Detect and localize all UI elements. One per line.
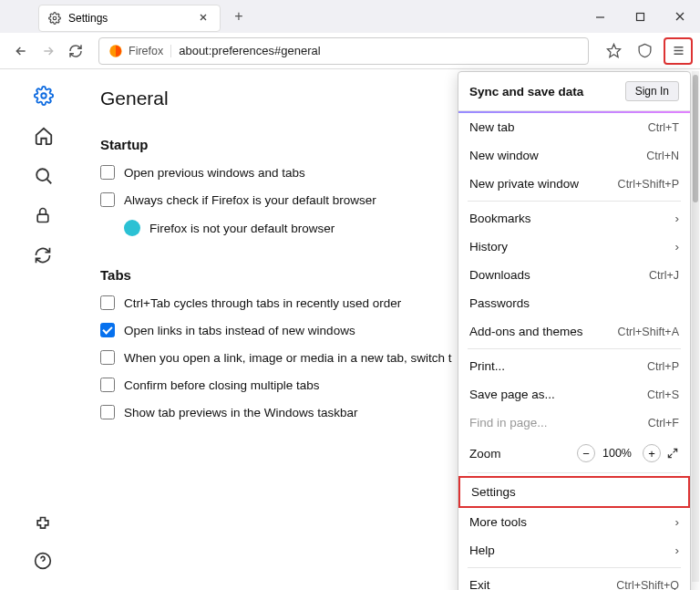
status-text: Firefox is not your default browser: [149, 222, 335, 235]
menu-divider: [468, 201, 681, 202]
new-tab-button[interactable]: +: [228, 8, 250, 25]
sidebar-help-icon[interactable]: [34, 552, 54, 572]
menu-settings[interactable]: Settings: [458, 476, 690, 508]
menu-accent-separator: [458, 111, 690, 113]
window-controls: [580, 0, 700, 33]
svg-point-4: [41, 93, 46, 98]
sidebar-home-icon[interactable]: [34, 126, 54, 146]
menu-addons[interactable]: Add-ons and themesCtrl+Shift+A: [458, 317, 690, 346]
toolbar: Firefox about:preferences#general: [0, 33, 700, 69]
urlbar-identity-label: Firefox: [129, 45, 171, 57]
checkbox-label: Open previous windows and tabs: [124, 166, 305, 180]
menu-save-page[interactable]: Save page as...Ctrl+S: [458, 380, 690, 409]
url-text: about:preferences#general: [179, 44, 579, 57]
menu-history[interactable]: History›: [458, 233, 690, 261]
app-menu-popup: Sync and save data Sign In New tabCtrl+T…: [458, 71, 691, 590]
chevron-right-icon: ›: [675, 515, 680, 529]
minimize-button[interactable]: [580, 0, 620, 33]
chevron-right-icon: ›: [675, 240, 680, 254]
app-menu-button[interactable]: [664, 37, 693, 65]
sidebar-general-icon[interactable]: [34, 86, 54, 106]
sidebar-extensions-icon[interactable]: [34, 515, 54, 535]
settings-sidebar: [0, 69, 88, 590]
close-icon[interactable]: [198, 12, 211, 25]
gear-icon: [48, 12, 61, 25]
menu-divider: [468, 472, 681, 473]
back-button[interactable]: [7, 37, 35, 65]
svg-marker-3: [607, 44, 620, 57]
menu-new-tab[interactable]: New tabCtrl+T: [458, 113, 690, 141]
checkbox[interactable]: [100, 165, 115, 180]
chevron-right-icon: ›: [675, 543, 680, 557]
checkbox-label: Confirm before closing multiple tabs: [124, 378, 320, 392]
close-window-button[interactable]: [660, 0, 700, 33]
checkbox-label: Show tab previews in the Windows taskbar: [124, 406, 358, 419]
scrollbar-thumb[interactable]: [693, 75, 698, 202]
tab-title: Settings: [68, 12, 198, 25]
checkbox[interactable]: [100, 192, 115, 207]
pocket-button[interactable]: [631, 37, 658, 65]
sidebar-privacy-icon[interactable]: [34, 206, 54, 226]
chevron-right-icon: ›: [675, 212, 680, 225]
zoom-in-button[interactable]: +: [643, 444, 661, 462]
menu-find[interactable]: Find in page...Ctrl+F: [458, 409, 690, 437]
checkbox-label: Always check if Firefox is your default …: [124, 193, 376, 207]
sign-in-button[interactable]: Sign In: [625, 81, 679, 101]
menu-sync-title: Sync and save data: [469, 85, 625, 98]
menu-print[interactable]: Print...Ctrl+P: [458, 352, 690, 380]
checkbox[interactable]: [100, 350, 115, 365]
info-face-icon: [124, 220, 140, 236]
menu-bookmarks[interactable]: Bookmarks›: [458, 204, 690, 233]
menu-divider: [468, 567, 681, 568]
bookmark-star-button[interactable]: [600, 37, 627, 65]
browser-tab[interactable]: Settings: [38, 5, 221, 32]
svg-rect-1: [636, 13, 643, 20]
menu-zoom: Zoom − 100% +: [458, 437, 690, 470]
menu-sync-header: Sync and save data Sign In: [458, 72, 690, 111]
menu-downloads[interactable]: DownloadsCtrl+J: [458, 261, 690, 289]
menu-new-window[interactable]: New windowCtrl+N: [458, 141, 690, 170]
checkbox-checked[interactable]: [100, 323, 115, 337]
sidebar-sync-icon[interactable]: [34, 246, 54, 266]
menu-new-private-window[interactable]: New private windowCtrl+Shift+P: [458, 170, 690, 198]
address-bar[interactable]: Firefox about:preferences#general: [98, 37, 589, 65]
checkbox[interactable]: [100, 378, 115, 392]
zoom-out-button[interactable]: −: [577, 444, 595, 462]
svg-point-5: [36, 169, 48, 181]
fullscreen-icon[interactable]: [666, 447, 679, 460]
checkbox-label: When you open a link, image or media in …: [124, 351, 451, 365]
forward-button[interactable]: [35, 37, 62, 65]
window-titlebar: Settings +: [0, 0, 700, 33]
menu-exit[interactable]: ExitCtrl+Shift+Q: [458, 571, 690, 590]
checkbox[interactable]: [100, 295, 115, 310]
menu-more-tools[interactable]: More tools›: [458, 508, 690, 536]
checkbox[interactable]: [100, 405, 115, 419]
checkbox-label: Open links in tabs instead of new window…: [124, 324, 355, 337]
menu-passwords[interactable]: Passwords: [458, 289, 690, 317]
svg-rect-6: [37, 214, 48, 222]
menu-divider: [468, 348, 681, 349]
menu-help[interactable]: Help›: [458, 536, 690, 564]
reload-button[interactable]: [62, 37, 89, 65]
zoom-level: 100%: [602, 447, 632, 460]
sidebar-search-icon[interactable]: [34, 166, 54, 186]
scrollbar[interactable]: [692, 71, 699, 582]
firefox-icon: [108, 44, 123, 58]
checkbox-label: Ctrl+Tab cycles through tabs in recently…: [124, 296, 401, 310]
svg-point-0: [53, 16, 57, 20]
maximize-button[interactable]: [620, 0, 660, 33]
